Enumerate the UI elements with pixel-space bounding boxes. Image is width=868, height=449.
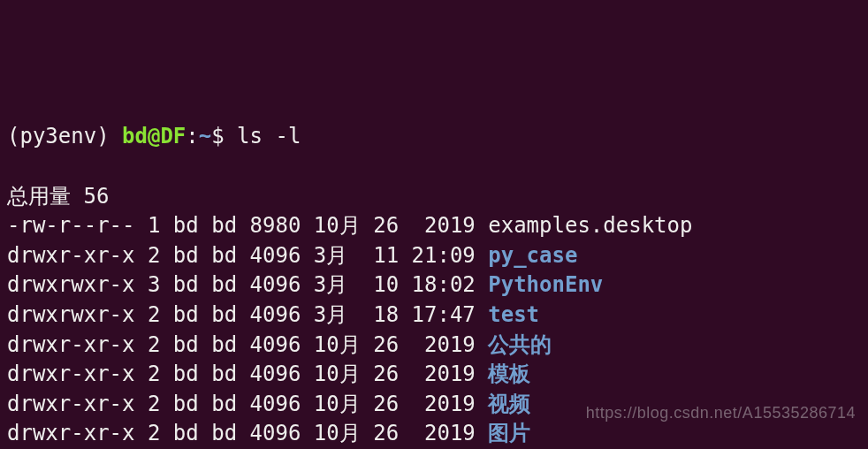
group: bd	[211, 272, 237, 297]
prompt-env: (py3env)	[7, 124, 122, 148]
prompt-colon: :	[186, 124, 198, 148]
group: bd	[211, 361, 237, 386]
link-count: 3	[148, 272, 160, 297]
month: 10月	[314, 332, 361, 357]
permissions: drwxr-xr-x	[7, 361, 135, 386]
ls-row: drwxr-xr-x 2 bd bd 4096 10月 26 2019 视频	[7, 390, 861, 420]
link-count: 2	[148, 243, 160, 268]
permissions: -rw-r--r--	[7, 213, 135, 238]
size: 4096	[250, 332, 301, 357]
permissions: drwxr-xr-x	[7, 392, 135, 416]
day: 26	[373, 213, 399, 238]
day: 26	[373, 392, 399, 416]
time-or-year: 2019	[412, 421, 476, 445]
filename-directory: 模板	[488, 361, 530, 386]
time-or-year: 18:02	[412, 272, 476, 297]
owner: bd	[173, 243, 199, 268]
prompt-path: ~	[199, 124, 211, 148]
size: 4096	[250, 272, 301, 297]
filename-directory: 视频	[488, 392, 530, 416]
permissions: drwxr-xr-x	[7, 332, 135, 357]
filename-directory: test	[488, 302, 539, 327]
ls-row: drwxr-xr-x 2 bd bd 4096 10月 26 2019 公共的	[7, 331, 861, 361]
time-or-year: 2019	[412, 361, 476, 386]
prompt-user-host: bd@DF	[122, 124, 186, 148]
size: 4096	[250, 302, 301, 327]
time-or-year: 21:09	[412, 243, 476, 268]
filename-file: examples.desktop	[488, 213, 692, 238]
link-count: 2	[148, 421, 160, 445]
time-or-year: 2019	[412, 332, 476, 357]
month: 3月	[314, 272, 361, 297]
filename-directory: 图片	[488, 421, 530, 445]
month: 10月	[314, 213, 361, 238]
month: 3月	[314, 243, 361, 268]
group: bd	[211, 392, 237, 416]
month: 10月	[314, 361, 361, 386]
size: 8980	[250, 213, 301, 238]
size: 4096	[250, 421, 301, 445]
permissions: drwxr-xr-x	[7, 421, 135, 445]
time-or-year: 2019	[412, 392, 476, 416]
owner: bd	[173, 272, 199, 297]
ls-row: -rw-r--r-- 1 bd bd 8980 10月 26 2019 exam…	[7, 211, 861, 241]
link-count: 2	[148, 361, 160, 386]
owner: bd	[173, 421, 199, 445]
day: 26	[373, 332, 399, 357]
size: 4096	[250, 243, 301, 268]
month: 3月	[314, 302, 361, 327]
permissions: drwxr-xr-x	[7, 243, 135, 268]
ls-row: drwxr-xr-x 2 bd bd 4096 3月 11 21:09 py_c…	[7, 241, 861, 271]
group: bd	[211, 302, 237, 327]
ls-row: drwxrwxr-x 3 bd bd 4096 3月 10 18:02 Pyth…	[7, 270, 861, 301]
owner: bd	[173, 213, 199, 238]
day: 26	[373, 421, 399, 445]
month: 10月	[314, 392, 361, 416]
ls-row: drwxr-xr-x 2 bd bd 4096 10月 26 2019 图片	[7, 419, 861, 449]
month: 10月	[314, 421, 361, 445]
day: 26	[373, 361, 399, 386]
group: bd	[211, 332, 237, 357]
prompt-dollar: $	[211, 124, 237, 148]
ls-total-line: 总用量 56	[7, 184, 109, 209]
prompt-line[interactable]: (py3env) bd@DF:~$ ls -l	[7, 122, 861, 152]
group: bd	[211, 243, 237, 268]
owner: bd	[173, 332, 199, 357]
group: bd	[211, 213, 237, 238]
link-count: 1	[148, 213, 160, 238]
day: 11	[373, 243, 399, 268]
prompt-command: ls -l	[237, 124, 301, 148]
size: 4096	[250, 392, 301, 416]
link-count: 2	[148, 392, 160, 416]
link-count: 2	[148, 302, 160, 327]
filename-directory: 公共的	[488, 332, 552, 357]
ls-output: -rw-r--r-- 1 bd bd 8980 10月 26 2019 exam…	[7, 211, 861, 449]
link-count: 2	[148, 332, 160, 357]
time-or-year: 2019	[412, 213, 476, 238]
day: 18	[373, 302, 399, 327]
permissions: drwxrwxr-x	[7, 302, 135, 327]
owner: bd	[173, 392, 199, 416]
owner: bd	[173, 361, 199, 386]
ls-row: drwxrwxr-x 2 bd bd 4096 3月 18 17:47 test	[7, 301, 861, 331]
owner: bd	[173, 302, 199, 327]
filename-directory: py_case	[488, 243, 577, 268]
size: 4096	[250, 361, 301, 386]
permissions: drwxrwxr-x	[7, 272, 135, 297]
filename-directory: PythonEnv	[488, 272, 603, 297]
group: bd	[211, 421, 237, 445]
time-or-year: 17:47	[412, 302, 476, 327]
day: 10	[373, 272, 399, 297]
ls-row: drwxr-xr-x 2 bd bd 4096 10月 26 2019 模板	[7, 360, 861, 390]
